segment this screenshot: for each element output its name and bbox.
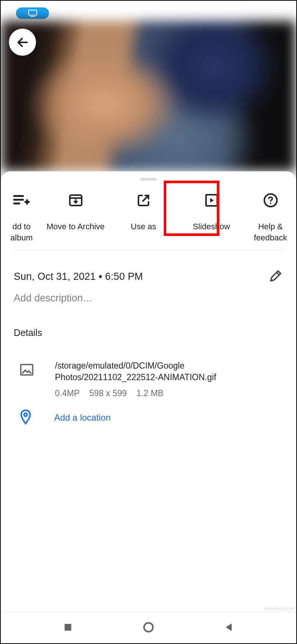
- back-button[interactable]: [9, 29, 36, 56]
- svg-rect-4: [13, 203, 20, 204]
- info-bottom-sheet: dd to album Move to Archive Use as: [1, 171, 296, 612]
- slideshow-icon: [204, 193, 219, 208]
- nav-back-button[interactable]: [222, 620, 236, 635]
- action-label: Move to Archive: [46, 221, 105, 232]
- actions-row: dd to album Move to Archive Use as: [1, 181, 296, 250]
- svg-point-15: [144, 623, 153, 632]
- action-slideshow[interactable]: Slideshow: [177, 181, 245, 232]
- sheet-grip[interactable]: [140, 178, 157, 181]
- edit-datetime-button[interactable]: [268, 269, 282, 284]
- system-navbar: [1, 612, 296, 643]
- nav-home-button[interactable]: [141, 620, 156, 635]
- playlist-add-icon: [13, 194, 30, 207]
- nav-recent-button[interactable]: [61, 620, 75, 635]
- arrow-left-icon: [16, 36, 29, 49]
- svg-rect-0: [29, 10, 37, 15]
- circle-icon: [143, 622, 154, 633]
- add-location-label: Add a location: [54, 412, 111, 423]
- action-add-to-album[interactable]: dd to album: [1, 181, 42, 243]
- file-megapixels: 0.4MP: [55, 388, 79, 398]
- help-icon: [263, 192, 278, 208]
- svg-point-13: [24, 413, 27, 416]
- image-icon: [19, 362, 34, 377]
- action-label: Help & feedback: [254, 221, 287, 243]
- add-location-row[interactable]: Add a location: [19, 409, 282, 426]
- file-dimensions: 598 x 599: [89, 388, 127, 398]
- action-label: Slideshow: [193, 221, 230, 232]
- file-details-row: /storage/emulated/0/DCIM/Google Photos/2…: [19, 360, 282, 398]
- action-label: Use as: [131, 221, 156, 232]
- cast-icon: [28, 10, 37, 17]
- photo-datetime: Sun, Oct 31, 2021 • 6:50 PM: [14, 271, 143, 282]
- divider: [13, 250, 284, 250]
- action-help-feedback[interactable]: Help & feedback: [245, 181, 296, 243]
- watermark: www.deuaq.com: [264, 606, 294, 611]
- svg-rect-6: [26, 200, 28, 205]
- svg-rect-2: [13, 195, 24, 197]
- action-move-to-archive[interactable]: Move to Archive: [42, 181, 110, 232]
- action-use-as[interactable]: Use as: [110, 181, 177, 232]
- file-size: 1.2 MB: [137, 388, 164, 398]
- description-input[interactable]: Add description…: [14, 292, 282, 304]
- pencil-icon: [268, 269, 282, 284]
- square-icon: [63, 623, 72, 632]
- file-path: /storage/emulated/0/DCIM/Google Photos/2…: [55, 360, 248, 383]
- svg-rect-3: [13, 199, 24, 201]
- archive-icon: [68, 193, 83, 208]
- details-heading: Details: [14, 327, 42, 338]
- triangle-left-icon: [224, 622, 234, 632]
- open-in-new-icon: [136, 193, 151, 208]
- status-pill: [16, 7, 49, 19]
- action-label: dd to album: [1, 221, 42, 243]
- location-pin-icon: [19, 409, 32, 425]
- svg-rect-14: [65, 624, 71, 631]
- svg-point-11: [270, 203, 271, 204]
- photo-preview[interactable]: [1, 21, 296, 171]
